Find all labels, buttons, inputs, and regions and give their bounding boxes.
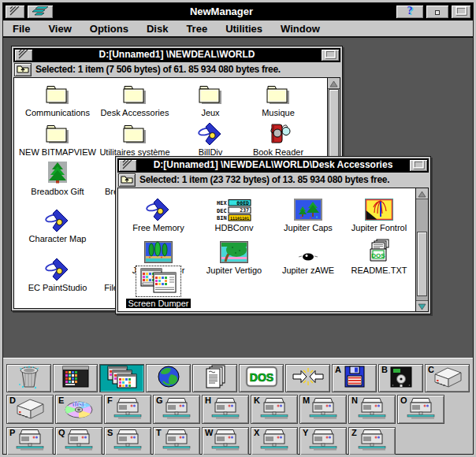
file-item-breadbox-gift[interactable]: Breadbox Gift [20, 158, 95, 196]
minimize-button[interactable] [426, 5, 449, 19]
toolbar-button-drive-k[interactable]: K [251, 395, 298, 424]
net-drive-icon [209, 396, 242, 423]
file-label: Jupiter zAWE [282, 266, 334, 275]
status-bar: Selected: 1 item (7 506 bytes) of 61. 85… [13, 62, 340, 76]
express-menu-button[interactable] [27, 5, 54, 19]
menu-window[interactable]: Window [281, 23, 320, 35]
scroll-down-button[interactable] [416, 300, 428, 311]
net-drive-icon [62, 428, 95, 455]
window-menu-button[interactable] [14, 49, 33, 61]
toolbar-button-drive-e[interactable]: discE [55, 395, 102, 424]
help-button[interactable]: ? ? [396, 5, 424, 19]
toolbar-button-drive-f[interactable]: F [104, 395, 151, 424]
toolbar-button-world[interactable] [146, 364, 191, 392]
toolbar-button-wastebasket[interactable] [6, 364, 51, 392]
folder-icon [196, 80, 225, 106]
file-item-jupiter-zawe[interactable]: Jupiter zAWE [271, 237, 345, 275]
file-item-jeux[interactable]: Jeux [173, 80, 247, 117]
selection-status: Selected: 1 item (23 732 bytes) of 13. 8… [139, 174, 389, 185]
file-item-hdbconv[interactable]: HEX 00EDDEC 237BIN 11101101HDBConv [197, 195, 271, 232]
toolbar-button-drive-w[interactable]: W [202, 427, 249, 455]
toolbar-button-drive-g[interactable]: G [153, 395, 200, 424]
toolbar-button-dos-prompt[interactable]: DOS [239, 364, 284, 392]
folder-icon [121, 119, 149, 146]
scroll-up-button[interactable] [416, 188, 428, 199]
toolbar-button-drive-b[interactable]: B [378, 364, 423, 392]
toolbar-button-drive-x[interactable]: X [251, 427, 298, 455]
toolbar-button-drive-n[interactable]: N [348, 395, 396, 424]
toolbar-button-drive-z[interactable]: Z [348, 427, 396, 455]
parent-folder-button[interactable] [14, 63, 32, 76]
toolbar-button-drive-m[interactable]: M [299, 395, 347, 424]
menu-tree[interactable]: Tree [186, 23, 207, 35]
dos-badge-icon: DOS [245, 366, 278, 391]
system-menu-button[interactable] [5, 5, 25, 19]
file-label: Desk Accessories [101, 108, 169, 117]
toolbar-button-drive-d[interactable]: D [6, 395, 54, 424]
toolbar-button-connect[interactable] [285, 364, 330, 392]
net-drive-icon [258, 428, 291, 455]
file-label: Jupiter Caps [284, 223, 333, 232]
file-label: Communications [25, 108, 90, 117]
menubar: FileViewOptionsDiskTreeUtilitiesWindow [3, 20, 473, 38]
scroll-up-button[interactable] [328, 78, 340, 89]
toolbar-button-drive-t[interactable]: T [153, 427, 200, 455]
window-maximize-button[interactable] [409, 159, 428, 172]
file-item-communications[interactable]: Communications [20, 80, 95, 117]
maximize-icon [455, 5, 468, 19]
drive-letter: E [58, 396, 64, 405]
toolbar-button-drive-q[interactable]: Q [55, 427, 102, 455]
file-item-jupiter-fontrol[interactable]: Jupiter Fontrol [342, 195, 416, 232]
vertical-scrollbar[interactable] [415, 188, 428, 311]
book-reader-icon [265, 119, 292, 146]
toolbar-button-documents[interactable] [192, 364, 237, 392]
file-item-bre[interactable]: Bre [87, 187, 118, 196]
window-titlebar[interactable]: D:[Unnamed1] \NEWDEAL\WORLD\Desk Accesso… [117, 158, 429, 173]
toolbar-button-drive-h[interactable]: H [202, 395, 249, 424]
net-drive-icon [111, 428, 144, 455]
toolbar-button-drive-y[interactable]: Y [299, 427, 347, 455]
main-titlebar: NewManager ? ? [3, 3, 473, 20]
folder-icon [121, 80, 149, 106]
window-titlebar[interactable]: D:[Unnamed1] \NEWDEAL\WORLD [13, 48, 340, 62]
up-folder-icon [17, 62, 29, 76]
menu-options[interactable]: Options [90, 23, 128, 35]
menu-utilities[interactable]: Utilities [225, 23, 262, 35]
drive-letter: Y [303, 428, 308, 437]
toolbar-button-drive-a[interactable]: A [332, 364, 377, 392]
file-item-jupiter-vertigo[interactable]: Jupiter Vertigo [197, 237, 271, 275]
window-maximize-button[interactable] [321, 49, 340, 61]
menu-view[interactable]: View [48, 23, 71, 35]
file-item-new-bitmapview[interactable]: NEW BITMAPVIEW [20, 119, 95, 157]
drive-letter: A [335, 365, 341, 374]
file-item-jupiter-caps[interactable]: Jupiter Caps [271, 195, 345, 232]
file-item-desk-accessories[interactable]: Desk Accessories [98, 80, 172, 117]
toolbar-button-window-manager[interactable] [99, 364, 144, 392]
file-item-readme-txt[interactable]: DOSREADME.TXT [342, 237, 416, 275]
parent-folder-button[interactable] [118, 173, 136, 187]
file-item-ec-paintstudio[interactable]: EC PaintStudio [20, 255, 95, 292]
window-menu-button[interactable] [118, 159, 137, 172]
menu-file[interactable]: File [13, 23, 30, 35]
scrollbar-thumb[interactable] [417, 232, 427, 296]
file-item-file[interactable]: File [87, 283, 118, 292]
drive-letter: N [351, 396, 358, 405]
toolbar-button-drive-o[interactable]: O [397, 395, 444, 424]
toolbar-button-drive-s[interactable]: S [104, 427, 151, 455]
drive-letter: K [254, 396, 260, 405]
menu-disk[interactable]: Disk [147, 23, 168, 35]
file-item-billdiv[interactable]: BillDiv [173, 119, 247, 157]
file-item-screen-dumper[interactable]: Screen Dumper [121, 270, 195, 308]
file-item-musique[interactable]: Musique [241, 80, 315, 117]
maximize-button[interactable] [451, 5, 471, 19]
file-item-utilitaires-syst-me[interactable]: Utilitaires système [98, 119, 172, 157]
toolbar-button-desktop-apps[interactable] [53, 364, 98, 392]
net-drive-icon [307, 428, 340, 455]
file-item-book-reader[interactable]: Book Reader [241, 119, 315, 157]
express-menu-icon [31, 5, 50, 19]
file-item-free-memory[interactable]: Free Memory [121, 195, 195, 232]
file-item-character-map[interactable]: Character Map [20, 206, 95, 243]
toolbar-button-drive-p[interactable]: P [6, 427, 54, 455]
tree-gift-icon [46, 158, 69, 185]
toolbar-button-drive-c[interactable]: C [425, 364, 470, 392]
